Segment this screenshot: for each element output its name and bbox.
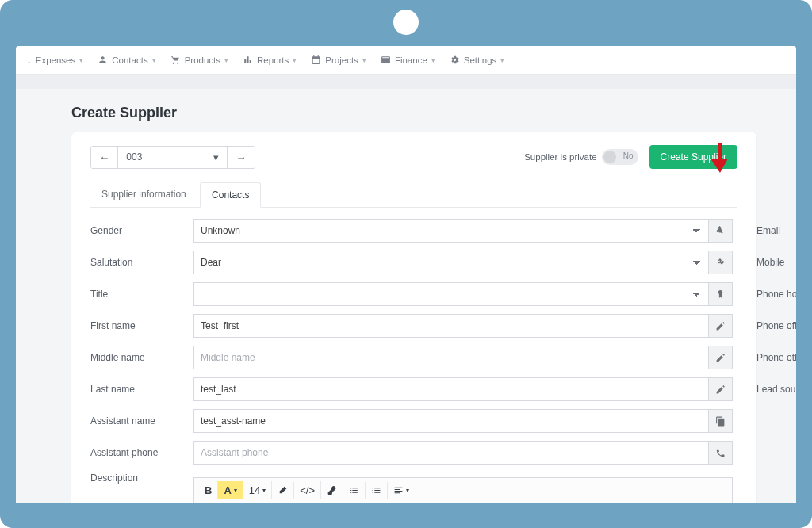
- mobile-label: Mobile: [756, 257, 796, 268]
- first-name-input[interactable]: [193, 314, 709, 338]
- record-dropdown-button[interactable]: ▾: [205, 147, 228, 168]
- right-column: Email Mobile: [756, 219, 796, 503]
- nav-label: Products: [185, 55, 220, 65]
- app-screen: ↓ Expenses ▾ Contacts ▾ Products ▾ Repor…: [16, 46, 796, 503]
- chevron-down-icon: ▾: [431, 56, 435, 64]
- last-name-input[interactable]: [193, 377, 709, 401]
- copy-icon[interactable]: [709, 409, 733, 433]
- phone-other-label: Phone other: [756, 352, 796, 363]
- font-size-button[interactable]: 14▾: [243, 481, 272, 499]
- title-label: Title: [90, 289, 193, 300]
- assistant-phone-label: Assistant phone: [90, 447, 193, 458]
- toggle-knob: [603, 151, 616, 163]
- phone-office-label: Phone office: [756, 320, 796, 331]
- cart-icon: [170, 55, 181, 65]
- last-name-label: Last name: [90, 384, 193, 395]
- email-label: Email: [756, 225, 796, 236]
- device-frame: ↓ Expenses ▾ Contacts ▾ Products ▾ Repor…: [0, 0, 812, 528]
- create-supplier-button[interactable]: Create Supplier: [649, 145, 737, 169]
- chevron-down-icon: ▾: [362, 56, 366, 64]
- nav-label: Finance: [395, 55, 427, 65]
- badge-icon[interactable]: [709, 282, 733, 306]
- tab-contacts[interactable]: Contacts: [200, 182, 261, 208]
- chevron-down-icon: ▾: [500, 56, 504, 64]
- link-button[interactable]: [321, 482, 343, 499]
- header-right: Supplier is private No Create Supplier: [524, 145, 737, 169]
- top-nav: ↓ Expenses ▾ Contacts ▾ Products ▾ Repor…: [16, 46, 796, 75]
- nav-label: Contacts: [112, 55, 147, 65]
- middle-name-label: Middle name: [90, 352, 193, 363]
- handshake-icon[interactable]: [709, 251, 733, 274]
- title-select[interactable]: [193, 282, 709, 306]
- edit-icon[interactable]: [709, 377, 733, 401]
- middle-name-input[interactable]: [193, 346, 709, 369]
- list-ol-button[interactable]: [366, 482, 388, 499]
- page-title: Create Supplier: [71, 105, 756, 121]
- chart-icon: [243, 55, 253, 65]
- editor-toolbar: B A▾ 14▾ </> ▾: [193, 477, 733, 503]
- record-number[interactable]: 003: [118, 147, 205, 168]
- phone-icon[interactable]: [709, 441, 733, 465]
- nav-expenses[interactable]: ↓ Expenses ▾: [27, 55, 83, 65]
- nav-label: Settings: [464, 55, 497, 65]
- form-columns: Gender Unknown Salutation Dear: [90, 219, 737, 503]
- next-record-button[interactable]: →: [228, 147, 254, 168]
- private-toggle[interactable]: No: [602, 149, 638, 165]
- nav-projects[interactable]: Projects ▾: [311, 55, 366, 65]
- assistant-name-label: Assistant name: [90, 415, 193, 427]
- list-ul-button[interactable]: [343, 482, 366, 499]
- sort-icon: ↓: [27, 55, 32, 65]
- nav-label: Expenses: [36, 55, 76, 65]
- gender-select[interactable]: Unknown: [193, 219, 709, 243]
- nav-reports[interactable]: Reports ▾: [243, 55, 297, 65]
- prev-record-button[interactable]: ←: [91, 147, 118, 168]
- nav-label: Projects: [325, 55, 358, 65]
- eraser-button[interactable]: [272, 482, 294, 499]
- calendar-icon: [311, 55, 321, 65]
- salutation-select[interactable]: Dear: [193, 251, 709, 274]
- record-nav: ← 003 ▾ →: [90, 146, 255, 169]
- bold-button[interactable]: B: [199, 481, 218, 499]
- gender-label: Gender: [90, 225, 193, 236]
- chevron-down-icon: ▾: [224, 56, 228, 64]
- frame-notch: [393, 10, 419, 35]
- assistant-name-input[interactable]: [193, 409, 709, 433]
- tab-supplier-information[interactable]: Supplier information: [90, 182, 197, 206]
- nav-products[interactable]: Products ▾: [170, 55, 228, 65]
- align-button[interactable]: ▾: [388, 482, 415, 499]
- assistant-phone-input[interactable]: [193, 441, 709, 465]
- text-color-button[interactable]: A▾: [218, 481, 243, 499]
- breadcrumb-placeholder: [16, 75, 796, 89]
- nav-settings[interactable]: Settings ▾: [450, 55, 505, 65]
- user-icon: [98, 55, 108, 65]
- phone-home-label: Phone home: [756, 289, 796, 300]
- lead-source-label: Lead source: [756, 384, 796, 395]
- chevron-down-icon: ▾: [293, 56, 297, 64]
- nav-finance[interactable]: Finance ▾: [381, 55, 435, 65]
- code-button[interactable]: </>: [294, 481, 321, 499]
- page-content: Create Supplier ← 003 ▾ → Supplier is pr…: [16, 89, 796, 503]
- description-label: Description: [90, 473, 193, 484]
- gender-icon[interactable]: [709, 219, 733, 243]
- nav-contacts[interactable]: Contacts ▾: [98, 55, 155, 65]
- nav-label: Reports: [257, 55, 289, 65]
- salutation-label: Salutation: [90, 257, 193, 268]
- description-editor: B A▾ 14▾ </> ▾: [193, 477, 733, 503]
- left-column: Gender Unknown Salutation Dear: [90, 219, 733, 503]
- gear-icon: [450, 55, 460, 65]
- edit-icon[interactable]: [709, 346, 733, 369]
- chevron-down-icon: ▾: [152, 56, 156, 64]
- tab-bar: Supplier information Contacts: [90, 182, 737, 208]
- first-name-label: First name: [90, 320, 193, 331]
- private-toggle-wrap: Supplier is private No: [524, 149, 638, 165]
- edit-icon[interactable]: [709, 314, 733, 338]
- card-header: ← 003 ▾ → Supplier is private No: [90, 145, 737, 169]
- card-icon: [381, 55, 391, 65]
- private-label: Supplier is private: [524, 152, 596, 162]
- form-card: ← 003 ▾ → Supplier is private No: [71, 132, 756, 503]
- toggle-value: No: [623, 151, 634, 160]
- chevron-down-icon: ▾: [79, 56, 83, 64]
